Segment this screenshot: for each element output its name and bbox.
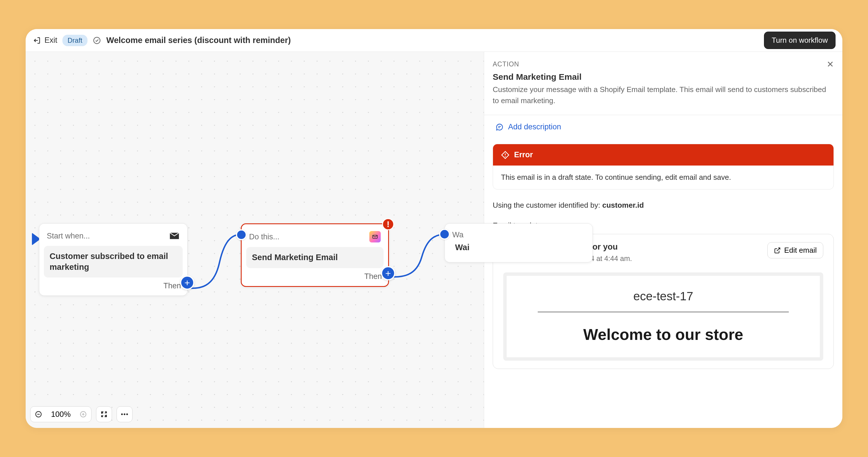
add-step-button[interactable] (180, 275, 194, 290)
error-body: This email is in a draft state. To conti… (493, 166, 834, 189)
preview-headline: Welcome to our store (524, 325, 803, 344)
node-header-label: Start when... (47, 232, 90, 240)
node-body: Send Marketing Email (246, 247, 383, 268)
zoom-controls: 100% (30, 406, 132, 422)
zoom-box: 100% (30, 406, 91, 422)
preview-brand: ece-test-17 (524, 290, 803, 303)
svg-point-8 (124, 414, 125, 415)
node-header-label: Wa (452, 230, 464, 239)
preview-divider (538, 312, 789, 312)
edit-email-label: Edit email (784, 246, 817, 255)
turn-on-workflow-button[interactable]: Turn on workflow (764, 32, 836, 49)
status-badge-draft: Draft (62, 35, 88, 46)
error-title: Error (514, 151, 533, 159)
identifier-label: Using the customer identified by: (493, 201, 602, 209)
zoom-out-button[interactable] (30, 411, 46, 418)
main-area: Start when... Customer subscribed to ema… (26, 52, 842, 428)
node-footer: Then (242, 272, 388, 286)
node-footer: Then (39, 282, 187, 295)
identifier-value: customer.id (602, 201, 644, 209)
add-step-button[interactable] (381, 266, 395, 280)
exit-label: Exit (44, 36, 57, 45)
svg-point-7 (121, 414, 123, 415)
zoom-in-button[interactable] (75, 411, 91, 418)
node-body: Customer subscribed to email marketing (44, 246, 183, 278)
workflow-canvas[interactable]: Start when... Customer subscribed to ema… (26, 52, 484, 428)
node-header-label: Do this... (249, 232, 280, 241)
edit-email-button[interactable]: Edit email (767, 242, 823, 258)
email-preview-sheet: ece-test-17 Welcome to our store (507, 276, 820, 357)
close-panel-button[interactable]: ✕ (827, 59, 834, 69)
workflow-node-wait[interactable]: Wa Wai (444, 223, 593, 262)
node-header: Do this... (242, 224, 388, 245)
warning-diamond-icon (501, 151, 509, 159)
panel-kicker: ACTION (493, 60, 519, 68)
node-body: Wai (450, 242, 588, 258)
workflow-node-action-selected[interactable]: ! Do this... Send Marketing Email Then (241, 223, 389, 287)
customer-identifier-row: Using the customer identified by: custom… (493, 201, 834, 210)
connector-dot (236, 229, 247, 240)
add-description-label: Add description (508, 123, 561, 131)
alert-badge-icon: ! (382, 218, 394, 230)
workflow-node-trigger[interactable]: Start when... Customer subscribed to ema… (39, 223, 187, 296)
topbar: Exit Draft Welcome email series (discoun… (26, 29, 842, 52)
app-window: Exit Draft Welcome email series (discoun… (26, 29, 842, 428)
panel-header: ACTION ✕ (484, 52, 842, 72)
connector-dot (439, 229, 450, 239)
error-banner: Error This email is in a draft state. To… (493, 144, 834, 190)
panel-title: Send Marketing Email (484, 72, 842, 84)
external-link-icon (774, 247, 781, 254)
exit-button[interactable]: Exit (32, 36, 57, 45)
add-description-button[interactable]: Add description (484, 115, 842, 139)
panel-description: Customize your message with a Shopify Em… (484, 84, 842, 115)
note-icon (496, 123, 503, 131)
exit-icon (32, 36, 41, 45)
node-header: Wa (445, 224, 592, 242)
zoom-value: 100% (46, 410, 75, 419)
more-options-button[interactable] (117, 406, 132, 422)
svg-point-13 (505, 156, 506, 157)
email-preview: ece-test-17 Welcome to our store (503, 272, 823, 361)
page-title: Welcome email series (discount with remi… (106, 36, 291, 45)
fit-to-screen-button[interactable] (96, 406, 112, 422)
error-banner-header: Error (493, 144, 834, 166)
check-circle-icon (93, 36, 101, 45)
svg-point-9 (126, 414, 128, 415)
mail-icon (169, 230, 180, 241)
shopify-email-icon (369, 231, 381, 242)
node-header: Start when... (39, 224, 187, 244)
